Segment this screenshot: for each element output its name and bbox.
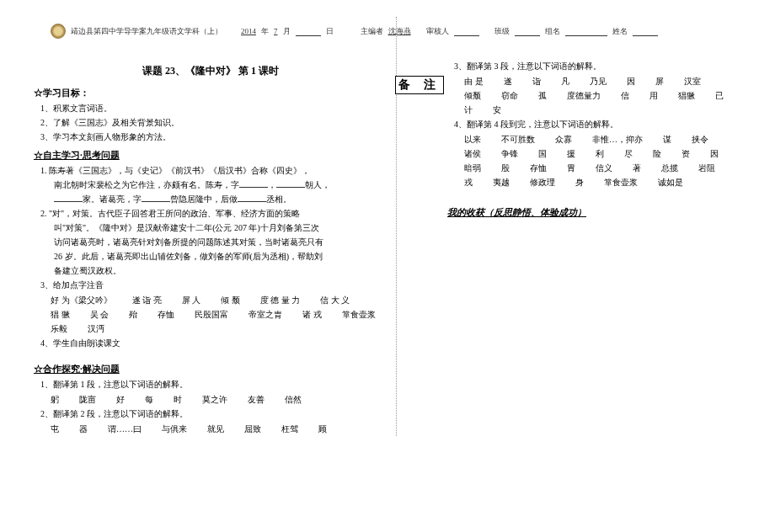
q1-l3a: 家。诸葛亮，字 bbox=[83, 194, 142, 204]
blank-zi[interactable] bbox=[239, 178, 268, 188]
vocab-word: 险 bbox=[653, 146, 661, 161]
vocab-word: 由 是 bbox=[464, 74, 484, 88]
vocab-word: 好 bbox=[116, 392, 125, 407]
vocab-word: 援 bbox=[567, 146, 575, 161]
vocab-word: 总揽 bbox=[661, 161, 678, 175]
q2-l5: 备建立蜀汉政权。 bbox=[34, 264, 388, 278]
coop-head: ☆合作探究·解决问题 bbox=[34, 363, 388, 375]
vocab-word: 用 bbox=[649, 88, 658, 103]
vocab-word: 计 bbox=[464, 103, 473, 117]
vocab-word: 遂 bbox=[504, 74, 512, 88]
vocab-word: 吴 会 bbox=[90, 307, 110, 322]
blank-post[interactable] bbox=[238, 193, 266, 202]
vocab-word: 与俱来 bbox=[162, 422, 187, 436]
q4: 4、学生自由朗读课文 bbox=[34, 337, 388, 350]
goals-head: ☆学习目标： bbox=[34, 87, 388, 99]
vocab-word: 诸侯 bbox=[464, 146, 481, 161]
vocab-word: 陇亩 bbox=[79, 392, 96, 407]
vocab-word: 资 bbox=[681, 146, 690, 161]
vocab-word: 屏 bbox=[655, 74, 664, 88]
harvest-head: 我的收获（反思静悟、体验成功） bbox=[447, 206, 734, 219]
vocab-word: 好 为《梁父吟》 bbox=[51, 293, 112, 307]
vocab-word: 信 大 义 bbox=[320, 293, 350, 307]
vocab-word: 器 bbox=[79, 422, 88, 436]
tr4: 4、翻译第 4 段到完，注意以下词语的解释。 bbox=[447, 118, 734, 131]
vocab-word: 国 bbox=[538, 146, 547, 161]
vocab-word: 争锋 bbox=[501, 146, 518, 161]
vocab-word: 暗弱 bbox=[464, 161, 481, 175]
vocab-word: 众寡 bbox=[555, 132, 572, 146]
vocab-word: 孤 bbox=[538, 88, 547, 103]
vocab-word: 谓……曰 bbox=[108, 422, 142, 436]
blank-jia[interactable] bbox=[54, 193, 83, 202]
vocab-word: 因 bbox=[627, 74, 635, 88]
goal-3: 3、学习本文刻画人物形象的方法。 bbox=[34, 130, 388, 144]
vocab-word: 屏 人 bbox=[182, 293, 201, 307]
vocab-word: 信然 bbox=[285, 392, 302, 407]
tr2: 2、翻译第 2 段，注意以下词语的解释。 bbox=[34, 407, 388, 421]
tr2-words: 屯器谓……曰与俱来就见屈致枉驾顾 bbox=[34, 422, 388, 436]
vocab-word: 存恤 bbox=[530, 161, 547, 175]
notes-label: 备 注 bbox=[395, 76, 444, 94]
q1-l2a: 南北朝时宋裴松之为它作注，亦颇有名。陈寿，字 bbox=[54, 180, 239, 189]
left-column: 课题 23、《隆中对》 第 1 课时 ☆学习目标： 1、积累文言词语。 2、了解… bbox=[34, 17, 388, 436]
goal-1: 1、积累文言词语。 bbox=[34, 102, 388, 115]
vocab-word: 度德量力 bbox=[567, 88, 601, 103]
vocab-word: 民殷国富 bbox=[195, 307, 228, 322]
vocab-word: 箪食壶浆 bbox=[342, 307, 376, 322]
vocab-word: 信义 bbox=[596, 161, 612, 175]
vocab-word: 莫之许 bbox=[202, 392, 227, 407]
vocab-word: 夷越 bbox=[493, 175, 510, 189]
q1-l2b: 朝人， bbox=[305, 180, 330, 189]
blank-dyn[interactable] bbox=[276, 178, 305, 188]
vocab-word: 猖獗 bbox=[678, 88, 695, 103]
tr3: 3、翻译第 3 段，注意以下词语的解释。 bbox=[447, 60, 734, 73]
lesson-title: 课题 23、《隆中对》 第 1 课时 bbox=[34, 64, 388, 78]
year: 2014 bbox=[241, 27, 256, 35]
q1-l3b: 曾隐居隆中，后做 bbox=[170, 194, 238, 204]
vocab-word: 顾 bbox=[318, 422, 327, 436]
q2-l4: 26 岁。此后，诸葛亮即出山辅佐刘备，做刘备的军师(后为丞相)，帮助刘 bbox=[34, 250, 388, 263]
vocab-word: 乐毅 bbox=[51, 322, 67, 336]
vocab-word: 信 bbox=[621, 88, 629, 103]
vocab-word: 殷 bbox=[501, 161, 510, 175]
q2-l3: 访问诸葛亮时，诸葛亮针对刘备所提的问题陈述其对策，当时诸葛亮只有 bbox=[34, 236, 388, 249]
vocab-word: 枉驾 bbox=[281, 422, 298, 436]
vocab-word: 殆 bbox=[129, 307, 137, 322]
vocab-word: 遂 诣 亮 bbox=[132, 293, 162, 307]
vocab-word: 不可胜数 bbox=[501, 132, 535, 146]
year-suffix: 年 bbox=[261, 26, 269, 37]
q1-line3: 家。诸葛亮，字曾隐居隆中，后做丞相。 bbox=[34, 193, 388, 206]
vocab-word: 戎 bbox=[464, 175, 473, 189]
vocab-word: 倾颓 bbox=[464, 88, 481, 103]
vocab-word: 倾 颓 bbox=[221, 293, 240, 307]
vocab-word: 帝室之胄 bbox=[249, 307, 282, 322]
q1-comma: ， bbox=[268, 180, 276, 189]
day-suffix: 日 bbox=[326, 26, 334, 37]
vocab-word: 存恤 bbox=[158, 307, 174, 322]
vocab-word: 修政理 bbox=[530, 175, 555, 189]
vocab-word: 汉室 bbox=[684, 74, 701, 88]
school-name: 靖边县第四中学导学案九年级语文学科（上） bbox=[71, 26, 222, 37]
blank-zgl[interactable] bbox=[142, 193, 170, 202]
vocab-word: 箪食壶浆 bbox=[604, 175, 638, 189]
vocab-word: 躬 bbox=[51, 392, 59, 407]
q1-line1: 1. 陈寿著《三国志》，与《史记》《前汉书》《后汉书》合称《四史》， bbox=[34, 164, 388, 178]
vocab-word: 诸 戎 bbox=[302, 307, 322, 322]
right-column: 备 注 3、翻译第 3 段，注意以下词语的解释。 由 是遂诣凡乃见因屏汉室倾颓窃… bbox=[396, 17, 734, 436]
q3: 3、给加点字注音 bbox=[34, 279, 388, 292]
vocab-word: 度 德 量 力 bbox=[260, 293, 301, 307]
tr4-words: 以来不可胜数众寡非惟…，抑亦谋挟令诸侯争锋国援利尽险资因暗弱殷存恤胃信义著总揽岩… bbox=[447, 132, 734, 189]
vocab-word: 乃见 bbox=[590, 74, 607, 88]
tr1: 1、翻译第 1 段，注意以下词语的解释。 bbox=[34, 378, 388, 391]
day-blank[interactable] bbox=[296, 27, 321, 36]
q1-line2: 南北朝时宋裴松之为它作注，亦颇有名。陈寿，字，朝人， bbox=[34, 178, 388, 192]
vocab-word: 已 bbox=[715, 88, 724, 103]
month: 7 bbox=[274, 27, 278, 35]
vocab-word: 友善 bbox=[248, 392, 265, 407]
vocab-word: 尽 bbox=[624, 146, 633, 161]
vocab-word: 每 bbox=[145, 392, 153, 407]
vocab-word: 诚如是 bbox=[658, 175, 683, 189]
vocab-word: 屯 bbox=[51, 422, 59, 436]
q2-l2: 叫"对策"。《隆中对》是汉献帝建安十二年(公元 207 年)十月刘备第三次 bbox=[34, 221, 388, 235]
